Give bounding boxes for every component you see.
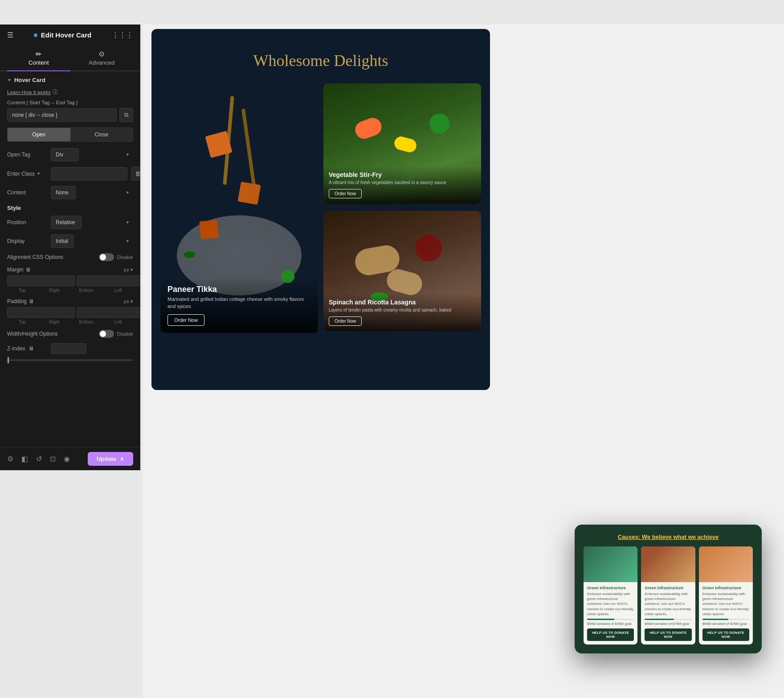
slider-thumb[interactable] xyxy=(7,357,9,364)
position-select[interactable]: Relative Absolute Fixed Static xyxy=(51,216,82,229)
grid-icon[interactable]: ⋮⋮⋮ xyxy=(112,31,133,39)
style-section-title: Style xyxy=(7,205,133,211)
copy-button[interactable]: ⧉ xyxy=(119,108,133,122)
panel-title: Edit Hover Card xyxy=(41,31,91,39)
width-height-row: Width/Height Options Disable xyxy=(7,330,133,338)
hover-donate-btn-2[interactable]: HELP US TO DONATE NOW xyxy=(645,628,691,641)
margin-top-input[interactable] xyxy=(7,275,75,286)
display-select[interactable]: Initial Block Flex None xyxy=(51,234,74,248)
update-button[interactable]: Update ∧ xyxy=(88,452,133,466)
lasagna-desc: Layers of tender pasta with creamy ricot… xyxy=(329,307,476,313)
learn-link-anchor[interactable]: Learn How it works xyxy=(7,90,51,95)
alignment-toggle[interactable]: Disable xyxy=(99,253,133,261)
hover-item-desc-1: Embrace sustainability with green infras… xyxy=(587,591,634,616)
width-height-toggle[interactable]: Disable xyxy=(99,330,133,338)
toolbar-icons: ⚙ ◧ ↺ ⊡ ◉ xyxy=(7,455,70,463)
stirfry-name: Vegetable Stir-Fry xyxy=(329,171,476,178)
food-item-paneer: Paneer Tikka Marinated and grilled India… xyxy=(160,83,318,333)
content-tab-icon: ✏ xyxy=(7,50,70,58)
width-height-state: Disable xyxy=(117,331,133,337)
sauce xyxy=(415,235,442,262)
hover-progress-fill-3 xyxy=(702,619,728,620)
hamburger-icon[interactable]: ☰ xyxy=(7,31,13,39)
class-label-wrapper: Enter Class ✦ xyxy=(7,171,47,177)
garnish-2 xyxy=(184,251,195,258)
panel-header: ☰ Edit Hover Card ⋮⋮⋮ xyxy=(0,25,140,45)
lasagna-overlay: Spinach and Ricotta Lasagna Layers of te… xyxy=(323,293,481,331)
advanced-tab-icon: ⚙ xyxy=(70,50,134,58)
hover-progress-fill-2 xyxy=(645,619,674,620)
paneer-name: Paneer Tikka xyxy=(167,285,311,294)
visibility-toolbar-icon[interactable]: ◉ xyxy=(64,455,70,463)
class-input[interactable] xyxy=(51,167,127,181)
trash-button[interactable]: 🗑 xyxy=(131,167,140,181)
tab-advanced[interactable]: ⚙ Advanced xyxy=(70,45,134,70)
stirfry-order-button[interactable]: Order Now xyxy=(329,189,362,198)
margin-label: Margin 🖥 xyxy=(7,267,31,273)
settings-toolbar-icon[interactable]: ⚙ xyxy=(7,455,13,463)
hover-progress-text-1: $56M donated of $78M goal xyxy=(587,622,634,626)
padding-header: Padding 🖥 px ▾ xyxy=(7,298,133,304)
open-tag-row: Open Tag Div Span Section xyxy=(7,148,133,161)
open-tag-select-wrapper: Div Span Section xyxy=(51,148,133,161)
hover-item-body-1: Green Infrastructure Embrace sustainabil… xyxy=(584,582,637,645)
panel-body: Hover Card Learn How it works ⓘ Content … xyxy=(0,71,140,470)
padding-labels: Top Right Bottom Left xyxy=(7,320,133,324)
lasagna-order-button[interactable]: Order Now xyxy=(329,316,362,326)
padding-unit: px ▾ xyxy=(124,299,133,304)
learn-link: Learn How it works ⓘ xyxy=(7,89,133,95)
bottom-toolbar: ⚙ ◧ ↺ ⊡ ◉ Update ∧ xyxy=(0,447,140,470)
hover-progress-fill-1 xyxy=(587,619,614,620)
hover-item-body-3: Green Infrastructure Embrace sustainabil… xyxy=(699,582,753,645)
responsive-toolbar-icon[interactable]: ⊡ xyxy=(50,455,56,463)
paneer-cube-2 xyxy=(237,181,261,205)
open-tag-label: Open Tag xyxy=(7,152,47,158)
padding-right-input[interactable] xyxy=(77,307,140,318)
width-height-switch[interactable] xyxy=(99,330,114,338)
paneer-order-button[interactable]: Order Now xyxy=(167,314,204,326)
hover-donate-btn-3[interactable]: HELP US TO DONATE NOW xyxy=(702,628,749,641)
food-item-stirfry: Vegetable Stir-Fry A vibrant mix of fres… xyxy=(323,83,481,204)
alignment-label: Alignment CSS Options xyxy=(7,254,63,260)
paneer-desc: Marinated and grilled Indian cottage che… xyxy=(167,296,311,310)
content-label: Content xyxy=(7,189,47,196)
history-toolbar-icon[interactable]: ↺ xyxy=(36,455,42,463)
hover-progress-bar-1 xyxy=(587,619,634,620)
close-toggle-btn[interactable]: Close xyxy=(70,128,133,141)
tag-input[interactable] xyxy=(7,108,117,122)
hover-item-tag-1: Green Infrastructure xyxy=(587,586,634,590)
veggie-3 xyxy=(429,114,449,134)
hover-item-tag-2: Green Infrastructure xyxy=(645,586,691,590)
class-label: Enter Class xyxy=(7,171,35,177)
open-toggle-btn[interactable]: Open xyxy=(8,128,70,141)
hover-progress-bar-3 xyxy=(702,619,749,620)
padding-top-input[interactable] xyxy=(7,307,75,318)
hover-donate-btn-1[interactable]: HELP US TO DONATE NOW xyxy=(587,628,634,641)
position-select-wrapper: Relative Absolute Fixed Static xyxy=(51,216,133,229)
food-card: Wholesome Delights Paneer Tikka Marinate… xyxy=(151,29,490,390)
monitor-icon-2: 🖥 xyxy=(29,298,34,304)
left-panel: ☰ Edit Hover Card ⋮⋮⋮ ✏ Content ⚙ Advanc… xyxy=(0,25,140,470)
hover-card-popup-title: Causes: We believe what we achieve xyxy=(584,534,753,540)
margin-right-input[interactable] xyxy=(77,275,140,286)
display-select-wrapper: Initial Block Flex None xyxy=(51,234,133,248)
hover-card-item-1: Green Infrastructure Embrace sustainabil… xyxy=(584,546,637,645)
status-dot xyxy=(34,33,37,37)
position-label: Position xyxy=(7,219,47,226)
margin-inputs xyxy=(7,275,133,286)
layers-toolbar-icon[interactable]: ◧ xyxy=(21,455,28,463)
z-index-row: Z-Index 🖥 xyxy=(7,343,133,354)
hover-item-img-2 xyxy=(641,546,695,582)
content-select[interactable]: None Text Image xyxy=(51,186,76,199)
open-tag-select[interactable]: Div Span Section xyxy=(51,148,79,161)
z-index-input[interactable] xyxy=(51,343,86,354)
margin-header: Margin 🖥 px ▾ xyxy=(7,267,133,273)
tab-content[interactable]: ✏ Content xyxy=(7,45,70,70)
margin-section: Margin 🖥 px ▾ Top Right Bottom Left xyxy=(7,267,133,293)
help-icon: ⓘ xyxy=(53,89,58,95)
hover-card-grid: Green Infrastructure Embrace sustainabil… xyxy=(584,546,753,645)
alignment-switch[interactable] xyxy=(99,253,114,261)
hover-card-item-2: Green Infrastructure Embrace sustainabil… xyxy=(641,546,695,645)
hover-item-tag-3: Green Infrastructure xyxy=(702,586,749,590)
tabs-row: ✏ Content ⚙ Advanced xyxy=(0,45,140,71)
